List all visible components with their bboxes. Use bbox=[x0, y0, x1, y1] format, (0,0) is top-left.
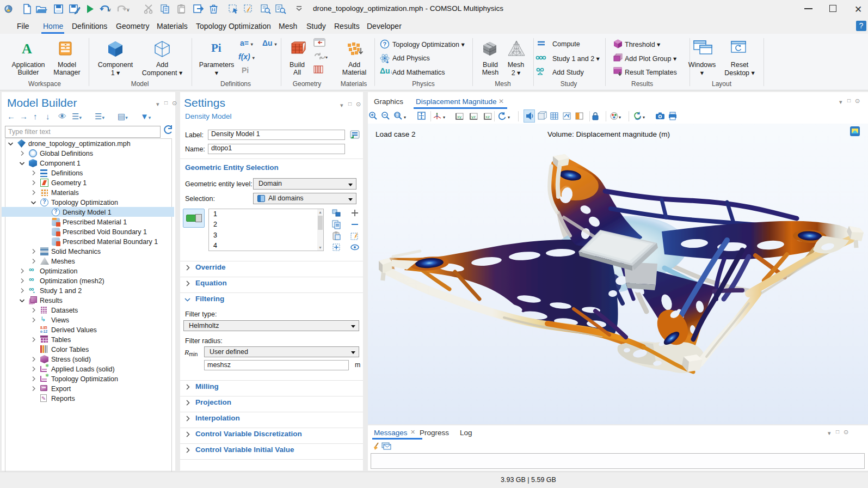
svg-text:xy: xy bbox=[457, 114, 461, 119]
svg-text:∨: ∨ bbox=[126, 7, 130, 13]
svg-text:A: A bbox=[22, 41, 32, 57]
svg-text:yz: yz bbox=[471, 114, 476, 119]
svg-text:?: ? bbox=[383, 41, 387, 47]
svg-text:▾: ▾ bbox=[325, 55, 328, 60]
svg-text:∨: ∨ bbox=[108, 7, 111, 13]
svg-text:xz: xz bbox=[485, 114, 490, 119]
